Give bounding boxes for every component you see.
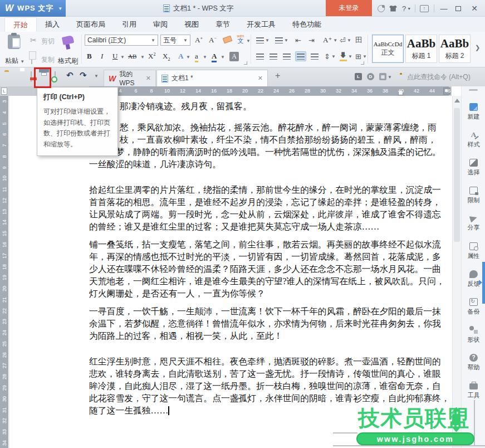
decrease-indent-button[interactable]: ⇤ <box>294 35 302 45</box>
cut-label[interactable]: 剪切 <box>41 37 55 46</box>
justify-button[interactable] <box>295 51 306 61</box>
bullet-list-button[interactable]: ▼ <box>255 35 271 45</box>
styles-more-button[interactable]: ❯ <box>475 44 480 51</box>
increase-font-button[interactable]: A+ <box>195 36 203 45</box>
doc-line[interactable]: 那凄冷销魂迹。残月夜，留孤客。 <box>89 100 454 113</box>
paragraph-group-expander[interactable] <box>361 61 364 65</box>
underline-button[interactable]: U <box>112 52 117 61</box>
align-left-button[interactable] <box>255 51 265 61</box>
doc-line[interactable]: 愁，乘风欲加浓。挽袖拈花，摇落云池。醉花醉水，醉一阕词，蒙蒙薄雾缠绕，雨 <box>89 121 454 134</box>
sidebar-item-backup[interactable]: 备份 <box>462 298 485 316</box>
chevron-down-icon[interactable]: ▼ <box>388 75 392 80</box>
chevron-down-icon[interactable]: ▼ <box>140 55 145 60</box>
doc-line[interactable]: 枝，一直喜欢柳叶素妆，纤尘不染，情不自禁拾那纷纷扬扬的碧玉，醉风，醉雨， <box>89 134 454 146</box>
font-color-icon[interactable]: A <box>212 52 217 62</box>
superscript-button[interactable]: X2 <box>148 52 155 61</box>
menu-tab-9[interactable]: 特色功能 <box>284 17 330 32</box>
close-icon[interactable]: ✕ <box>258 75 263 82</box>
doc-line[interactable]: 一丝酸涩的味道，几许凄凉诗句。 <box>89 158 454 171</box>
sidebar-expand-arrow-icon[interactable] <box>479 280 482 285</box>
numbered-list-button[interactable]: ▼ <box>274 35 290 45</box>
style-card-3[interactable]: AaBb标题 2 <box>439 35 471 63</box>
sidebar-item-new-doc[interactable]: 新建 <box>462 103 485 121</box>
format-painter-icon[interactable] <box>62 35 74 45</box>
doc-line[interactable]: 眸冷漠，自此痴人泪尽，湿了这一纸丹墨。折一枝白梅，独嗅世间的凉薄，谁宿命无奈，自 <box>89 380 454 392</box>
doc-line[interactable]: 首首落花的相思。流年里，是谁经不起岁月的浸染，忘记了缘起的牵拌；是谁轻盈的转身， <box>89 196 454 208</box>
print-preview-button[interactable] <box>55 72 56 82</box>
vertical-ruler[interactable]: 3456789101112131415161718192021222324252… <box>0 96 8 448</box>
doc-line[interactable]: 灯火阑珊处，是否还有一人，一直为你等候？ <box>89 288 454 300</box>
maximize-button[interactable] <box>452 0 464 17</box>
doc-line[interactable]: 为陌路上的过客，相遇，相视一笑，从此，至此！ <box>89 330 454 342</box>
vertical-scrollbar[interactable] <box>452 96 461 448</box>
member-icon[interactable]: D <box>367 73 374 80</box>
undo-button[interactable]: ↶ <box>66 70 74 80</box>
grid-settings-button[interactable]: 田 <box>354 35 364 45</box>
strikethrough-button[interactable]: AB <box>128 53 136 60</box>
sidebar-handle[interactable] <box>469 89 478 91</box>
align-right-button[interactable] <box>282 51 292 61</box>
font-family-select[interactable]: Calibri (正文)▼ <box>85 35 158 46</box>
decrease-font-button[interactable]: A− <box>209 36 217 45</box>
doc-line[interactable]: 醉一帘梦，静静的听着雨滴沥时的低吟浅唱。一种恍若隔世的忧伤，深深触及温柔的记忆。 <box>89 146 454 158</box>
document-text[interactable]: 那凄冷销魂迹。残月夜，留孤客。愁，乘风欲加浓。挽袖拈花，摇落云池。醉花醉水，醉一… <box>89 100 454 417</box>
sidebar-item-styles[interactable]: A样式 <box>462 131 485 149</box>
quick-access-more-button[interactable]: ▼ <box>94 74 99 79</box>
line-spacing-button[interactable]: ⇕▼ <box>323 51 337 61</box>
close-button[interactable]: ✕ <box>468 0 481 17</box>
window-switch-icon[interactable]: ▦ <box>379 73 386 80</box>
clear-format-icon[interactable] <box>223 36 233 44</box>
doc-line[interactable]: 余温下，若梦似醒，恣意徜徉！曾惜流年似水，亦求情为何物，后来时光荏冉匆匆去，你我 <box>89 318 454 330</box>
minimize-button[interactable]: — <box>438 0 450 17</box>
doc-line[interactable]: 让风景站成了两端。剪一段时光，念一处从前，云烟深处，此岸彼岸，谁成了谁舍不得遗忘 <box>89 208 454 221</box>
menu-tab-1[interactable]: 开始 <box>4 17 37 32</box>
redo-button[interactable]: ↷ <box>80 70 87 80</box>
login-button[interactable]: 未登录 <box>326 0 372 16</box>
sidebar-item-feedback[interactable]: 反馈 <box>462 270 485 288</box>
style-card-2[interactable]: AaBb标题 1 <box>405 35 437 63</box>
clipboard-group-expander[interactable] <box>75 61 78 65</box>
sidebar-item-restrict[interactable]: 限制 <box>462 187 485 204</box>
chevron-down-icon[interactable]: ▼ <box>221 55 225 60</box>
bold-button[interactable]: B <box>87 52 92 61</box>
paragraph-mark-button[interactable]: ⏎▼ <box>339 35 352 45</box>
doc-line[interactable]: 此花容雪发，守了这一句谎言。点一盏孤灯，永伴世间的阴暗，谁青衫空瘦，自此抑郁寡终… <box>89 392 454 405</box>
skin-icon[interactable] <box>388 0 399 17</box>
menu-tab-6[interactable]: 视图 <box>176 17 207 32</box>
export-pdf-button[interactable] <box>31 72 32 82</box>
subscript-button[interactable]: X2 <box>163 52 170 62</box>
character-shading-icon[interactable]: A <box>229 52 239 61</box>
highlight-color-icon[interactable]: a <box>195 52 198 62</box>
increase-indent-button[interactable]: ⇥ <box>307 35 316 45</box>
app-menu-button[interactable]: W WPS 文字 ▼ <box>0 0 66 17</box>
chevron-down-icon[interactable]: ▼ <box>203 55 207 60</box>
tab-stop-selector[interactable]: L <box>1 87 7 95</box>
upload-icon[interactable]: ↑ <box>418 0 431 17</box>
font-size-select[interactable]: 五号▼ <box>160 35 190 46</box>
phonetic-guide-button[interactable]: wén 文 <box>236 34 245 44</box>
menu-tab-5[interactable]: 审阅 <box>145 17 176 32</box>
font-group-expander[interactable] <box>244 61 247 65</box>
sidebar-item-select[interactable]: 选择 <box>462 159 485 177</box>
sidebar-item-properties[interactable]: 属性 <box>462 242 485 260</box>
paste-icon[interactable] <box>8 35 20 49</box>
borders-button[interactable]: ⊞▼ <box>354 51 368 61</box>
doc-line[interactable]: 一寻百度，一饮千觞，一生颠沛，一世流离！饮下一杯千年的风霜，醉卧在夕阳的最后一抹 <box>89 305 454 318</box>
menu-tab-4[interactable]: 引用 <box>114 17 145 32</box>
sidebar-item-shapes[interactable]: 形状 <box>462 326 485 344</box>
align-center-button[interactable] <box>268 51 278 61</box>
close-icon[interactable]: ✕ <box>146 75 151 82</box>
menu-tab-2[interactable]: 插入 <box>37 17 68 32</box>
chevron-down-icon[interactable]: ▼ <box>120 55 125 60</box>
scroll-up-arrow-icon[interactable] <box>454 99 460 103</box>
doc-line[interactable]: 悲欢，谁转身离去，自此清歌送别，苦了这一盏无忧。抒一段情诗，传颂世间的真心，谁眼 <box>89 368 454 380</box>
sidebar-item-share[interactable]: 分享 <box>462 215 485 232</box>
shading-button[interactable]: 🡇▼ <box>339 51 354 61</box>
copy-label[interactable]: 复制 <box>41 55 55 65</box>
new-tab-button[interactable]: + <box>275 71 280 81</box>
distribute-button[interactable] <box>310 51 320 61</box>
text-effects-icon[interactable]: A <box>178 52 183 61</box>
wps-cloud-icon[interactable] <box>375 0 386 17</box>
cut-button[interactable]: ✂ <box>30 35 37 45</box>
chevron-down-icon[interactable]: ▼ <box>186 55 190 60</box>
